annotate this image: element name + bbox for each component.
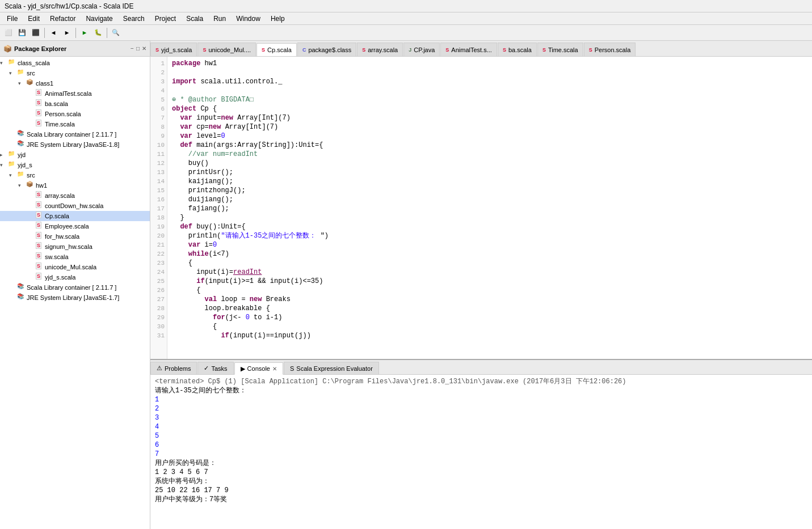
menu-run[interactable]: Run <box>209 14 230 24</box>
tree-label-unicode_Mul: unicode_Mul.scala <box>45 264 96 270</box>
tree-item-unicode_Mul[interactable]: Sunicode_Mul.scala <box>0 262 150 272</box>
menu-window[interactable]: Window <box>232 14 265 24</box>
tree-item-ScalaLib2[interactable]: 📚Scala Library container [ 2.11.7 ] <box>0 282 150 293</box>
tree-item-yjd_s[interactable]: ▾📁yjd_s <box>0 160 150 170</box>
bottom-tab-console[interactable]: ▶Console✕ <box>234 362 283 375</box>
tree-item-countDown[interactable]: ScountDown_hw.scala <box>0 201 150 211</box>
menu-edit[interactable]: Edit <box>23 14 44 24</box>
tree-icon-AnimalTest: S <box>34 89 43 98</box>
tree-item-JRELib1[interactable]: 📚JRE System Library [JavaSE-1.8] <box>0 139 150 150</box>
editor-tab-unicode_Mul[interactable]: Sunicode_Mul.... <box>197 43 256 56</box>
bottom-tab-icon-scala_eval: S <box>290 365 294 372</box>
tree-item-array[interactable]: Sarray.scala <box>0 191 150 201</box>
menu-scala[interactable]: Scala <box>182 14 208 24</box>
editor-tab-yjd_s[interactable]: Syjd_s.scala <box>150 43 197 56</box>
bottom-tab-scala_eval[interactable]: SScala Expression Evaluator <box>284 362 379 374</box>
menu-refactor[interactable]: Refactor <box>45 14 80 24</box>
tab-icon-Cp: S <box>262 47 265 53</box>
tree-arrow-yjd[interactable]: ▸ <box>0 152 7 158</box>
menu-search[interactable]: Search <box>119 14 149 24</box>
tree-icon-JRELib2: 📚 <box>16 293 25 302</box>
editor-tab-ba[interactable]: Sba.scala <box>498 43 537 56</box>
bottom-tab-label-console: Console <box>247 365 270 372</box>
panel-minimize[interactable]: − <box>131 45 134 52</box>
editor-tab-package_class[interactable]: Cpackage$.class <box>297 43 356 56</box>
tree-item-Time[interactable]: STime.scala <box>0 119 150 129</box>
panel-title: Package Explorer <box>14 45 66 52</box>
console-first-line: 请输入1-35之间的七个整数： <box>155 386 807 395</box>
tree-item-JRELib2[interactable]: 📚JRE System Library [JavaSE-1.7] <box>0 293 150 303</box>
tree-item-Employee[interactable]: SEmployee.scala <box>0 221 150 231</box>
tree-icon-ScalaLib1: 📚 <box>16 130 25 139</box>
tree-icon-countDown: S <box>34 201 43 210</box>
console-area[interactable]: <terminated> Cp$ (1) [Scala Application]… <box>150 375 812 529</box>
editor-tab-Cp[interactable]: SCp.scala <box>256 43 297 57</box>
tree-item-AnimalTest[interactable]: SAnimalTest.scala <box>0 88 150 99</box>
tree-icon-ba: S <box>34 99 43 108</box>
tree-arrow-src1[interactable]: ▾ <box>9 70 16 76</box>
tree-item-class_scala[interactable]: ▾📁class_scala <box>0 58 150 68</box>
panel-close[interactable]: ✕ <box>142 45 146 52</box>
toolbar-prev[interactable]: ◀ <box>47 27 60 39</box>
tree-arrow-class_scala[interactable]: ▾ <box>0 60 7 66</box>
toolbar-search[interactable]: 🔍 <box>110 27 122 39</box>
tree-item-src1[interactable]: ▾📁src <box>0 68 150 78</box>
toolbar-debug[interactable]: 🐛 <box>92 27 104 39</box>
bottom-tab-close-console[interactable]: ✕ <box>272 366 277 372</box>
tree-icon-Employee: S <box>34 222 43 231</box>
editor-tab-Person_scala[interactable]: SPerson.scala <box>584 43 636 56</box>
tree-item-yjd_s_scala[interactable]: Syjd_s.scala <box>0 272 150 282</box>
tree-label-array: array.scala <box>45 192 75 199</box>
console-header: <terminated> Cp$ (1) [Scala Application]… <box>155 377 807 386</box>
tree-item-Cp[interactable]: SCp.scala <box>0 211 150 221</box>
tree-label-Cp: Cp.scala <box>45 213 69 219</box>
console-output-4: 用户中奖等级为：7等奖 <box>155 495 807 504</box>
bottom-tab-problems[interactable]: ⚠Problems <box>150 362 197 374</box>
tree-arrow-src2[interactable]: ▾ <box>9 172 16 178</box>
console-num-7: 7 <box>155 450 807 459</box>
toolbar-save-all[interactable]: ⬛ <box>30 27 42 39</box>
panel-maximize[interactable]: □ <box>136 45 140 52</box>
tree-item-sw[interactable]: Ssw.scala <box>0 252 150 262</box>
toolbar-run[interactable]: ▶ <box>78 27 91 39</box>
tree-item-signum[interactable]: Ssignum_hw.scala <box>0 242 150 252</box>
editor-tab-AnimalTest_s[interactable]: SAnimalTest.s... <box>440 43 497 56</box>
tree-item-for_hw[interactable]: Sfor_hw.scala <box>0 231 150 242</box>
bottom-tab-icon-problems: ⚠ <box>157 365 162 372</box>
bottom-tab-tasks[interactable]: ✓Tasks <box>197 362 233 374</box>
toolbar-new[interactable]: ⬜ <box>2 27 15 39</box>
tree-item-ba[interactable]: Sba.scala <box>0 99 150 109</box>
editor-tab-array[interactable]: Sarray.scala <box>357 43 403 56</box>
tree-item-yjd[interactable]: ▸📁yjd <box>0 150 150 160</box>
tree-label-hw1: hw1 <box>36 182 47 189</box>
editor-tab-Time_scala[interactable]: STime.scala <box>537 43 583 56</box>
tree-icon-signum: S <box>34 242 43 251</box>
tree-item-hw1[interactable]: ▾📦hw1 <box>0 180 150 191</box>
toolbar-save[interactable]: 💾 <box>16 27 28 39</box>
tree-label-src1: src <box>27 70 35 77</box>
tab-label-package_class: package$.class <box>308 46 351 53</box>
tree-arrow-yjd_s[interactable]: ▾ <box>0 162 7 168</box>
tree-arrow-class1[interactable]: ▾ <box>18 81 25 86</box>
menu-help[interactable]: Help <box>266 14 289 24</box>
tab-icon-ba: S <box>503 47 506 53</box>
toolbar-next[interactable]: ▶ <box>61 27 73 39</box>
code-area[interactable]: package hw1 import scala.util.control._ … <box>167 57 812 359</box>
tree-icon-JRELib1: 📚 <box>16 140 25 149</box>
menu-navigate[interactable]: Navigate <box>81 14 117 24</box>
tree-item-class1[interactable]: ▾📦class1 <box>0 78 150 88</box>
tree-icon-yjd: 📁 <box>7 150 16 159</box>
tree-icon-for_hw: S <box>34 232 43 241</box>
menu-project[interactable]: Project <box>150 14 180 24</box>
tree-arrow-hw1[interactable]: ▾ <box>18 183 25 188</box>
editor-tab-CP_java[interactable]: JCP.java <box>403 43 440 56</box>
tree-item-Person[interactable]: SPerson.scala <box>0 109 150 119</box>
tree-label-Person: Person.scala <box>45 111 81 117</box>
tree-label-JRELib1: JRE System Library [JavaSE-1.8] <box>27 141 119 148</box>
menu-file[interactable]: File <box>2 14 22 24</box>
console-num-3: 3 <box>155 413 807 422</box>
tree-item-src2[interactable]: ▾📁src <box>0 170 150 180</box>
tree-label-ScalaLib2: Scala Library container [ 2.11.7 ] <box>27 284 116 291</box>
tree-item-ScalaLib1[interactable]: 📚Scala Library container [ 2.11.7 ] <box>0 129 150 139</box>
tree-icon-ScalaLib2: 📚 <box>16 283 25 292</box>
